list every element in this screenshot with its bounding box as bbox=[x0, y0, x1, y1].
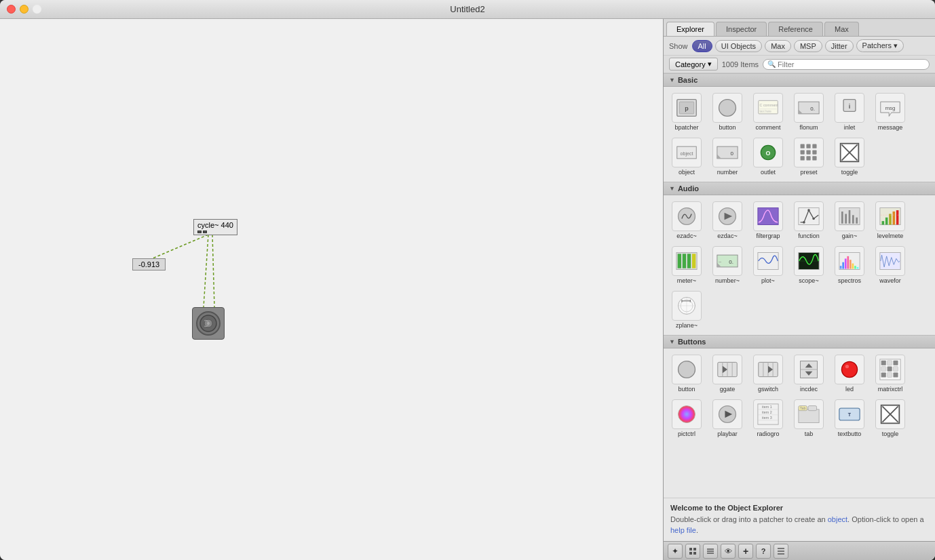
obj-ggate[interactable]: ggate bbox=[708, 353, 746, 395]
led-icon bbox=[835, 355, 864, 384]
inlet-icon: i bbox=[835, 93, 864, 123]
obj-gswitch[interactable]: gswitch bbox=[749, 353, 787, 395]
filter-max[interactable]: Max bbox=[765, 40, 791, 52]
category-button[interactable]: Category ▾ bbox=[669, 58, 718, 71]
filter-msp[interactable]: MSP bbox=[794, 40, 822, 52]
matrixctrl-icon bbox=[875, 355, 905, 384]
rt-list-button[interactable] bbox=[703, 544, 718, 559]
svg-text:T: T bbox=[848, 412, 852, 418]
obj-plot[interactable]: plot~ bbox=[749, 244, 787, 286]
obj-bpatcher[interactable]: p bpatcher bbox=[668, 91, 706, 133]
tab-inspector[interactable]: Inspector bbox=[716, 22, 767, 36]
cycle-object[interactable]: cycle~ 440 bbox=[193, 219, 237, 235]
radiogroup-label: radiogro bbox=[757, 431, 779, 437]
obj-object[interactable]: object object bbox=[668, 136, 706, 178]
cycle-label: cycle~ 440 bbox=[197, 221, 233, 229]
led-label: led bbox=[845, 386, 854, 393]
rt-add-button[interactable]: + bbox=[738, 544, 753, 559]
levelmeter-label: levelmete bbox=[877, 233, 904, 239]
obj-preset[interactable]: preset bbox=[790, 136, 828, 178]
obj-matrixctrl[interactable]: matrixctrl bbox=[871, 353, 909, 395]
tab-max[interactable]: Max bbox=[824, 22, 859, 36]
tab-explorer[interactable]: Explorer bbox=[666, 22, 714, 36]
obj-ezdac[interactable]: ezdac~ bbox=[708, 199, 746, 241]
maximize-button[interactable] bbox=[33, 5, 41, 14]
obj-number-tilde[interactable]: 0.~ number~ bbox=[708, 244, 746, 286]
obj-number[interactable]: 0 number bbox=[708, 136, 746, 178]
filter-jitter[interactable]: Jitter bbox=[825, 40, 854, 52]
gain-label: gain~ bbox=[842, 233, 857, 239]
obj-tab[interactable]: Tab tab bbox=[790, 397, 828, 439]
obj-inlet[interactable]: i inlet bbox=[831, 91, 869, 133]
svg-rect-126 bbox=[888, 367, 892, 372]
obj-flonum[interactable]: 0. flonum bbox=[790, 91, 828, 133]
tab-reference[interactable]: Reference bbox=[768, 22, 823, 36]
minimize-button[interactable] bbox=[20, 5, 28, 14]
obj-function[interactable]: function bbox=[790, 199, 828, 241]
pictctrl-label: pictctrl bbox=[678, 431, 695, 437]
ezdac-icon bbox=[712, 201, 742, 231]
svg-line-2 bbox=[212, 235, 214, 307]
zplane-label: zplane~ bbox=[676, 322, 698, 329]
obj-zplane[interactable]: zplane~ bbox=[668, 289, 706, 331]
dac-object[interactable] bbox=[192, 307, 225, 340]
section-basic[interactable]: ▼ Basic bbox=[664, 73, 935, 87]
obj-outlet[interactable]: O outlet bbox=[749, 136, 787, 178]
filter-input[interactable] bbox=[778, 60, 925, 68]
obj-radiogroup[interactable]: item 1item 2item 3 radiogro bbox=[749, 397, 787, 439]
filter-ui-objects[interactable]: UI Objects bbox=[715, 40, 762, 52]
obj-incdec[interactable]: incdec bbox=[790, 353, 828, 395]
obj-meter[interactable]: meter~ bbox=[668, 244, 706, 286]
ggate-icon bbox=[712, 355, 742, 384]
patcher-area[interactable]: cycle~ 440 -0.913 bbox=[0, 19, 664, 560]
obj-scope[interactable]: scope~ bbox=[790, 244, 828, 286]
filter-all[interactable]: All bbox=[692, 40, 712, 52]
number-object[interactable]: -0.913 bbox=[132, 258, 166, 271]
inlet-label: inlet bbox=[844, 124, 856, 131]
svg-rect-128 bbox=[881, 372, 886, 377]
obj-spectros[interactable]: spectros bbox=[831, 244, 869, 286]
obj-pictctrl[interactable]: pictctrl bbox=[668, 397, 706, 439]
obj-levelmeter[interactable]: levelmete bbox=[871, 199, 909, 241]
rt-eye-button[interactable]: 👁 bbox=[721, 544, 736, 559]
speaker-icon bbox=[199, 314, 218, 333]
obj-message[interactable]: msg message bbox=[871, 91, 909, 133]
help-link[interactable]: help file bbox=[670, 526, 696, 534]
obj-gain[interactable]: gain~ bbox=[831, 199, 869, 241]
obj-button-b[interactable]: button bbox=[668, 353, 706, 395]
rt-star-button[interactable]: ✦ bbox=[668, 544, 683, 559]
obj-filtergraph[interactable]: filtergrap bbox=[749, 199, 787, 241]
patcher-canvas[interactable]: cycle~ 440 -0.913 bbox=[0, 19, 663, 560]
obj-led[interactable]: led bbox=[831, 353, 869, 395]
obj-playbar[interactable]: playbar bbox=[708, 397, 746, 439]
svg-rect-89 bbox=[842, 262, 844, 269]
rt-help-button[interactable]: ? bbox=[756, 544, 771, 559]
obj-waveform[interactable]: wavefor bbox=[871, 244, 909, 286]
ezdac-label: ezdac~ bbox=[717, 233, 737, 239]
textbutton-label: textbutto bbox=[838, 431, 862, 437]
rt-menu-button[interactable] bbox=[774, 544, 788, 559]
svg-rect-79 bbox=[692, 254, 695, 268]
objects-scroll[interactable]: ▼ Basic p bpatcher bbox=[664, 73, 935, 498]
object-icon: object bbox=[672, 138, 702, 167]
object-link[interactable]: object bbox=[828, 515, 847, 523]
comment-label: comment bbox=[755, 124, 780, 131]
chevron-down-icon: ▾ bbox=[708, 60, 712, 68]
obj-button[interactable]: button bbox=[708, 91, 746, 133]
svg-text:i: i bbox=[849, 103, 850, 110]
buttons-grid: button ggate gswitch bbox=[664, 348, 935, 443]
section-buttons[interactable]: ▼ Buttons bbox=[664, 335, 935, 348]
section-audio[interactable]: ▼ Audio bbox=[664, 182, 935, 195]
svg-rect-37 bbox=[717, 146, 738, 159]
obj-comment[interactable]: C commenttext here comment bbox=[749, 91, 787, 133]
rt-grid-button[interactable] bbox=[685, 544, 700, 559]
obj-toggle[interactable]: toggle bbox=[831, 136, 869, 178]
filter-patchers[interactable]: Patchers ▾ bbox=[856, 39, 904, 52]
svg-point-120 bbox=[845, 365, 849, 368]
obj-ezadc[interactable]: ezadc~ bbox=[668, 199, 706, 241]
svg-rect-129 bbox=[888, 372, 892, 377]
svg-rect-91 bbox=[847, 256, 849, 269]
close-button[interactable] bbox=[7, 5, 16, 14]
obj-textbutton[interactable]: T textbutto bbox=[831, 397, 869, 439]
obj-toggle-b[interactable]: toggle bbox=[871, 397, 909, 439]
